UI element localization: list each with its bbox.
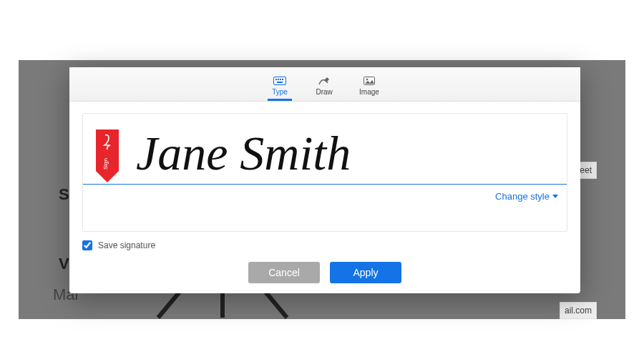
sign-here-flag-icon: Sign bbox=[96, 129, 119, 184]
svg-point-8 bbox=[366, 78, 369, 80]
bg-field-email: ail.com bbox=[560, 302, 597, 319]
chevron-down-icon bbox=[552, 195, 558, 198]
tab-type[interactable]: Type bbox=[268, 73, 292, 96]
svg-rect-1 bbox=[274, 77, 286, 84]
save-signature-label: Save signature bbox=[98, 240, 155, 250]
change-style-link[interactable]: Change style bbox=[495, 191, 558, 202]
svg-rect-3 bbox=[278, 79, 279, 80]
keyboard-icon bbox=[273, 76, 286, 86]
svg-rect-2 bbox=[275, 79, 277, 80]
signature-typed-text: Jane Smith bbox=[136, 125, 351, 182]
change-style-label: Change style bbox=[495, 191, 550, 202]
tab-label-type: Type bbox=[272, 88, 288, 96]
svg-rect-4 bbox=[280, 79, 281, 80]
image-icon bbox=[363, 76, 376, 86]
signature-modal: Type Draw Image bbox=[69, 67, 580, 293]
tab-label-image: Image bbox=[359, 88, 379, 96]
signature-canvas[interactable]: Sign Jane Smith Change style bbox=[82, 113, 567, 232]
pen-draw-icon bbox=[318, 76, 331, 86]
save-signature-row[interactable]: Save signature bbox=[82, 240, 580, 250]
cancel-button[interactable]: Cancel bbox=[248, 262, 320, 283]
apply-button[interactable]: Apply bbox=[330, 262, 401, 283]
signature-baseline bbox=[83, 184, 567, 185]
modal-button-row: Cancel Apply bbox=[69, 262, 580, 283]
signature-tab-bar: Type Draw Image bbox=[69, 67, 580, 102]
save-signature-checkbox[interactable] bbox=[82, 240, 92, 250]
tab-draw[interactable]: Draw bbox=[312, 73, 336, 96]
svg-text:Sign: Sign bbox=[102, 158, 109, 170]
svg-rect-5 bbox=[282, 79, 283, 80]
tab-image[interactable]: Image bbox=[356, 73, 382, 96]
tab-label-draw: Draw bbox=[316, 88, 332, 96]
svg-rect-6 bbox=[277, 82, 283, 83]
